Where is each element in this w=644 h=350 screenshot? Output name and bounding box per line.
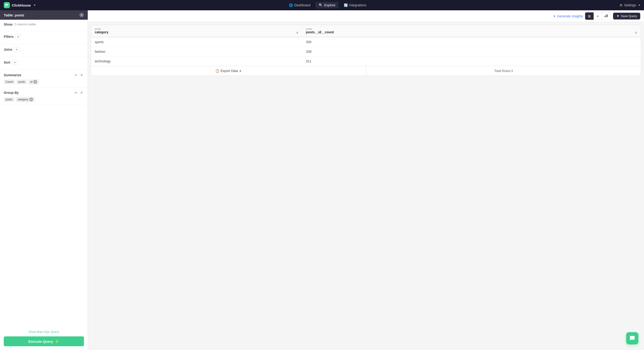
cell-category-fashion: fashion (91, 47, 302, 56)
table-footer: 📋 Export Data ∧ Total Rows:3 (91, 66, 641, 76)
summarize-edit-button[interactable]: ✏ (74, 73, 78, 78)
joins-label: Joins (4, 48, 12, 51)
cell-category-technology: technology (91, 56, 302, 66)
sidebar-footer: Show Raw SQL Query Execute Query ⚡ (0, 326, 88, 350)
col-sort-count-icon[interactable]: ⬍ (635, 31, 637, 34)
col-name-count: posts__id__count ⬍ (306, 30, 637, 34)
joins-section: Joins + (0, 44, 88, 57)
col-header-count: posts posts__id__count ⬍ (302, 25, 641, 37)
col-header-category: posts category ⬍ (91, 25, 302, 37)
data-area: posts category ⬍ posts posts__id__count (88, 22, 644, 350)
col-sort-category-icon[interactable]: ⬍ (296, 31, 298, 34)
export-data-button[interactable]: 📋 Export Data ∧ (91, 66, 366, 76)
summarize-tags: Count posts id ✕ (4, 79, 84, 84)
main-content: ✦ Generate Insights ⊞ ≡ (88, 10, 644, 350)
main-layout: Table: posts ✕ Show 2 columns visible Fi… (0, 10, 644, 350)
summarize-delete-button[interactable]: ✕ (79, 73, 84, 78)
group-by-delete-button[interactable]: ✕ (79, 90, 84, 95)
globe-icon: 🌐 (289, 3, 293, 7)
chat-icon (630, 336, 635, 341)
sort-add-button[interactable]: + (12, 60, 17, 65)
filter-icon: ▼ (616, 14, 620, 18)
table-row: technology 311 (91, 56, 641, 66)
cell-category-sports: sports (91, 37, 302, 47)
summarize-id-remove-button[interactable]: ✕ (33, 80, 37, 84)
group-by-tag-category: category ✕ (16, 97, 35, 102)
view-chart-button[interactable] (602, 12, 611, 20)
view-list-button[interactable]: ≡ (594, 12, 602, 20)
total-rows: Total Rows:3 (366, 66, 641, 76)
col-source-category: posts (95, 28, 298, 30)
show-section: Show 2 columns visible (0, 20, 88, 31)
app-logo[interactable]: ClickHouse (4, 2, 36, 8)
group-by-tag-posts: posts (4, 97, 14, 102)
svg-rect-4 (606, 15, 606, 17)
col-name-category: category ⬍ (95, 30, 298, 34)
cell-count-technology: 311 (302, 56, 641, 66)
nav-dashboard[interactable]: 🌐 Dashboard (286, 2, 314, 8)
show-label: Show (4, 22, 12, 26)
cell-count-fashion: 339 (302, 47, 641, 56)
svg-rect-2 (8, 4, 8, 5)
table-row: fashion 339 (91, 47, 641, 56)
settings-menu[interactable]: ⚙ Settings (620, 3, 640, 7)
sort-section: Sort + (0, 57, 88, 70)
app-chevron-icon (34, 5, 36, 6)
summarize-tag-posts: posts (16, 80, 27, 84)
sidebar-header: Table: posts ✕ (0, 10, 88, 20)
list-icon: ≡ (597, 14, 598, 18)
logo-icon (4, 2, 10, 8)
table-close-button[interactable]: ✕ (79, 13, 84, 17)
export-chevron-icon: ∧ (239, 69, 242, 73)
joins-add-button[interactable]: + (14, 47, 20, 52)
svg-rect-0 (6, 4, 6, 6)
save-query-button[interactable]: ▼ Save Query (613, 13, 640, 20)
main-toolbar: ✦ Generate Insights ⊞ ≡ (88, 10, 644, 22)
view-grid-button[interactable]: ⊞ (585, 12, 594, 20)
group-by-tags: posts category ✕ (4, 97, 84, 102)
grid-icon: ⊞ (588, 14, 591, 18)
execute-label: Execute Query (28, 340, 53, 344)
filters-section: Filters + (0, 31, 88, 44)
svg-rect-3 (604, 16, 605, 17)
refresh-icon: 🔄 (344, 3, 348, 7)
execute-query-button[interactable]: Execute Query ⚡ (4, 336, 84, 346)
summarize-actions: ✏ ✕ (74, 73, 84, 78)
sparkle-icon: ✦ (553, 14, 556, 18)
topnav-center: 🌐 Dashboard 🔍 Explore 🔄 Integrations (41, 2, 614, 8)
group-by-label: Group By (4, 91, 19, 94)
chart-icon (604, 14, 608, 18)
data-table-wrapper: posts category ⬍ posts posts__id__count (91, 25, 641, 76)
app-name: ClickHouse (12, 3, 31, 7)
show-sql-link[interactable]: Show Raw SQL Query (4, 330, 84, 334)
view-toggle-group: ⊞ ≡ (585, 12, 611, 20)
summarize-tag-count: Count (4, 80, 15, 84)
col-source-count: posts (306, 28, 637, 30)
nav-integrations[interactable]: 🔄 Integrations (340, 2, 370, 8)
chat-fab[interactable] (626, 332, 638, 344)
sort-label: Sort (4, 60, 10, 64)
group-by-section: Group By ✏ ✕ posts category ✕ (0, 88, 88, 105)
export-icon: 📋 (215, 69, 219, 73)
data-table: posts category ⬍ posts posts__id__count (91, 25, 641, 66)
filters-label: Filters (4, 35, 14, 38)
settings-chevron-icon (638, 5, 640, 6)
search-icon: 🔍 (319, 3, 323, 7)
summarize-tag-id: id ✕ (28, 79, 39, 84)
columns-visible: 2 columns visible (14, 23, 36, 26)
svg-rect-1 (6, 4, 7, 6)
summarize-label: Summarize (4, 73, 21, 77)
table-label: Table: posts (4, 13, 24, 17)
generate-insights-button[interactable]: ✦ Generate Insights (553, 14, 583, 18)
lightning-icon: ⚡ (55, 339, 59, 344)
table-row: sports 350 (91, 37, 641, 47)
group-by-actions: ✏ ✕ (74, 90, 84, 95)
topnav: ClickHouse 🌐 Dashboard 🔍 Explore 🔄 Integ… (0, 0, 644, 10)
svg-rect-5 (607, 14, 608, 17)
group-by-category-remove-button[interactable]: ✕ (29, 98, 33, 101)
summarize-section: Summarize ✏ ✕ Count posts id ✕ (0, 70, 88, 88)
group-by-edit-button[interactable]: ✏ (74, 90, 78, 95)
gear-icon: ⚙ (620, 3, 623, 7)
filters-add-button[interactable]: + (16, 34, 21, 39)
nav-explore[interactable]: 🔍 Explore (316, 2, 338, 8)
